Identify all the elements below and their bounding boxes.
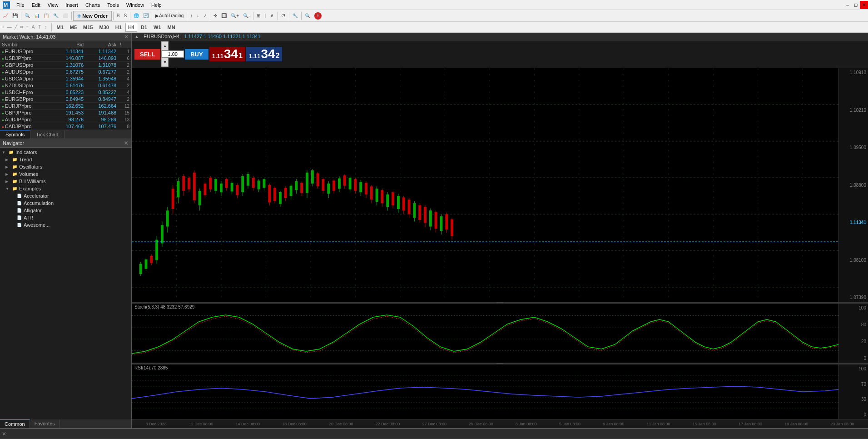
properties-btn[interactable]: 🔧 (51, 11, 60, 20)
lot-up-arrow[interactable]: ▲ (161, 41, 169, 50)
sell-market-btn[interactable]: S (122, 11, 129, 20)
menu-window[interactable]: Window (123, 0, 148, 10)
market-watch-row[interactable]: ●EURJPYpro 162.652 162.664 12 (0, 103, 131, 110)
tree-accelerator[interactable]: 📄 Accelerator (1, 192, 130, 200)
zoom-in-btn[interactable]: 🔍 (23, 11, 32, 20)
new-order-button[interactable]: + New Order (73, 11, 112, 21)
menu-tools[interactable]: Tools (104, 0, 123, 10)
tree-indicators[interactable]: ▼ 📁 Indicators (1, 149, 130, 156)
clock-btn[interactable]: ⏱ (279, 11, 288, 20)
market-watch-row[interactable]: ●GBPJPYpro 191.453 191.468 15 (0, 110, 131, 116)
svg-rect-68 (231, 183, 233, 191)
zoom-minus-btn[interactable]: 🔍- (241, 11, 252, 20)
save-button[interactable]: 💾 (10, 11, 20, 20)
minimize-button[interactable]: – (843, 1, 852, 9)
symbol-dot: ● (2, 98, 4, 102)
market-watch-row[interactable]: ●USDCHFpro 0.85223 0.85227 4 (0, 89, 131, 96)
svg-rect-102 (322, 179, 325, 191)
tree-awesome[interactable]: 📄 Awesome... (1, 221, 130, 229)
panel-close-btn[interactable]: ✕ (2, 431, 6, 437)
lot-input[interactable] (161, 50, 184, 58)
market-watch-close[interactable]: ✕ (124, 34, 129, 40)
stoch-scale: 100 80 20 0 (838, 304, 868, 363)
new-chart-button[interactable]: 📈 (1, 11, 10, 20)
tab-symbols[interactable]: Symbols (0, 130, 30, 139)
search-btn[interactable]: 🔍 (303, 11, 312, 20)
period-m5[interactable]: M5 (67, 23, 79, 32)
market-watch-row[interactable]: ●AUDJPYpro 98.276 98.289 13 (0, 116, 131, 123)
zoom-fit-btn[interactable]: 🔲 (219, 11, 228, 20)
menu-charts[interactable]: Charts (82, 0, 104, 10)
line-btn[interactable]: ↗ (201, 11, 208, 20)
period-h1[interactable]: H1 (113, 23, 124, 32)
indicators-btn[interactable]: 📊 (32, 11, 41, 20)
menu-file[interactable]: File (13, 0, 28, 10)
period-mn[interactable]: MN (165, 23, 178, 32)
svg-rect-152 (132, 304, 838, 363)
tree-examples[interactable]: ▼ 📁 Examples (1, 185, 130, 192)
sell-button[interactable]: SELL (134, 49, 160, 60)
market-watch-row[interactable]: ●USDJPYpro 146.087 146.093 6 (0, 55, 131, 62)
reload-btn[interactable]: 🔄 (141, 11, 150, 20)
grid-btn[interactable]: ⊞ (255, 11, 262, 20)
menu-help[interactable]: Help (148, 0, 165, 10)
period-d1[interactable]: D1 (138, 23, 150, 32)
pencil-icon: ✏ (20, 25, 24, 30)
chart-prices: 1.11427 1.11460 1.11321 1.11341 (184, 34, 260, 39)
globe-btn[interactable]: 🌐 (132, 11, 141, 20)
sell-price-display: 1.11 34 1 (209, 47, 245, 61)
autotrading-btn[interactable]: ▶ AutoTrading (154, 11, 185, 20)
time-17jan: 17 Jan 08:00 (739, 422, 762, 426)
settings-btn[interactable]: 🔧 (291, 11, 300, 20)
menu-edit[interactable]: Edit (28, 0, 44, 10)
svg-rect-150 (451, 219, 453, 236)
templates-btn[interactable]: 📋 (42, 11, 51, 20)
market-watch-row[interactable]: ●USDCADpro 1.35944 1.35948 4 (0, 75, 131, 82)
market-watch-row[interactable]: ●EURGBPpro 0.84945 0.84947 2 (0, 96, 131, 103)
period-m15[interactable]: M15 (80, 23, 95, 32)
bar-btn[interactable]: | (263, 11, 268, 20)
tab-tick-chart[interactable]: Tick Chart (30, 130, 64, 139)
tree-trend[interactable]: ▶ 📁 Trend (1, 156, 130, 163)
close-button[interactable]: ✕ (860, 1, 868, 9)
tree-atr[interactable]: 📄 ATR (1, 214, 130, 221)
price-4: 1.08800 (841, 183, 866, 188)
toolbar-main: 📈 💾 🔍 📊 📋 🔧 ⬜ + New Order B S 🌐 🔄 ▶ Auto… (0, 10, 868, 22)
buy-button[interactable]: BUY (185, 49, 208, 60)
menu-view[interactable]: View (44, 0, 62, 10)
period-w1[interactable]: W1 (151, 23, 164, 32)
navigator-close[interactable]: ✕ (124, 140, 129, 146)
svg-rect-98 (311, 170, 314, 184)
chart-down-btn[interactable]: ↓ (195, 11, 201, 20)
candle-btn[interactable]: 🕯 (268, 11, 276, 20)
objects-btn[interactable]: ⬜ (61, 11, 70, 20)
lot-down-arrow[interactable]: ▼ (161, 58, 169, 67)
buy-market-btn[interactable]: B (115, 11, 122, 20)
period-m1[interactable]: M1 (54, 23, 66, 32)
market-watch-row[interactable]: ●NZDUSDpro 0.61476 0.61478 2 (0, 82, 131, 89)
period-m30[interactable]: M30 (96, 23, 111, 32)
market-watch-row[interactable]: ●GBPUSDpro 1.31076 1.31078 2 (0, 62, 131, 69)
tab-common[interactable]: Common (0, 419, 30, 428)
symbol-dot: ● (2, 64, 4, 68)
restore-button[interactable]: ◻ (852, 1, 860, 9)
market-watch-row[interactable]: ●AUDUSDpro 0.67275 0.67277 2 (0, 69, 131, 75)
tab-favorites[interactable]: Favorites (30, 419, 60, 428)
crosshair-btn[interactable]: ✛ (212, 11, 219, 20)
svg-rect-96 (306, 173, 308, 193)
period-h4[interactable]: H4 (125, 23, 137, 32)
tree-accumulation[interactable]: 📄 Accumulation (1, 200, 130, 207)
market-watch-row[interactable]: ●EURUSDpro 1.11341 1.11342 1 (0, 48, 131, 55)
tree-volumes[interactable]: ▶ 📁 Volumes (1, 170, 130, 178)
main-chart[interactable]: 1.11341 (132, 68, 868, 302)
tree-oscillators[interactable]: ▶ 📁 Oscillators (1, 163, 130, 170)
market-watch-row[interactable]: ●CADJPYpro 107.468 107.476 8 (0, 123, 131, 130)
tree-bill-williams[interactable]: ▶ 📁 Bill Williams (1, 178, 130, 185)
chart-up-btn[interactable]: ↑ (188, 11, 194, 20)
menu-insert[interactable]: Insert (62, 0, 82, 10)
svg-rect-52 (188, 178, 190, 190)
svg-rect-108 (338, 179, 341, 189)
zoom-plus-btn[interactable]: 🔍+ (229, 11, 241, 20)
tree-alligator[interactable]: 📄 Alligator (1, 207, 130, 214)
svg-rect-78 (258, 180, 260, 189)
